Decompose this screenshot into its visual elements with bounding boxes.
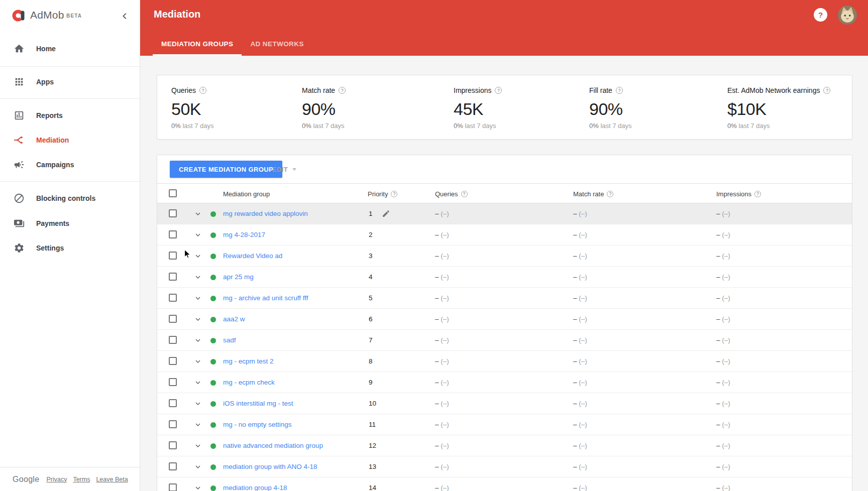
- mediation-group-link[interactable]: Rewarded Video ad: [223, 252, 282, 260]
- stat-delta-label: last 7 days: [465, 122, 496, 130]
- chevron-down-icon[interactable]: [193, 357, 202, 366]
- table-row[interactable]: mg - ecpm test 2 8 – (–) – (–) – (–): [157, 351, 852, 372]
- row-checkbox[interactable]: [169, 294, 177, 302]
- queries-value: – (–): [435, 294, 449, 302]
- row-checkbox[interactable]: [169, 315, 177, 323]
- mediation-group-link[interactable]: mg - ecpm check: [223, 379, 275, 386]
- help-icon[interactable]: ?: [814, 8, 827, 22]
- chevron-down-icon[interactable]: [193, 252, 202, 261]
- row-checkbox[interactable]: [169, 399, 177, 407]
- match-rate-value: – (–): [573, 357, 587, 365]
- match-rate-value: – (–): [573, 273, 587, 281]
- sidebar-item-campaigns[interactable]: Campaigns: [0, 154, 140, 176]
- chevron-down-icon[interactable]: [193, 462, 202, 471]
- chevron-down-icon[interactable]: [193, 273, 202, 282]
- table-row[interactable]: apr 25 mg 4 – (–) – (–) – (–): [157, 267, 852, 288]
- row-checkbox[interactable]: [169, 252, 177, 260]
- mediation-group-link[interactable]: mg - ecpm test 2: [223, 357, 274, 365]
- table-row[interactable]: Rewarded Video ad 3 – (–) – (–) – (–): [157, 245, 852, 267]
- row-checkbox[interactable]: [169, 462, 177, 470]
- table-row[interactable]: mg 4-28-2017 2 – (–) – (–) – (–): [157, 224, 852, 245]
- chevron-down-icon[interactable]: [193, 399, 202, 408]
- table-row[interactable]: iOS interstitial mg - test 10 – (–) – (–…: [157, 393, 852, 414]
- match-rate-value: – (–): [573, 294, 587, 302]
- stat-match-rate: Match rate? 90% 0% last 7 days: [302, 86, 346, 130]
- table-row[interactable]: native advanced mediation group 12 – (–)…: [157, 435, 852, 456]
- help-icon[interactable]: ?: [391, 191, 397, 197]
- mediation-group-link[interactable]: mediation group 4-18: [223, 484, 287, 491]
- chevron-down-icon[interactable]: [193, 230, 202, 239]
- collapse-sidebar-icon[interactable]: [119, 10, 131, 22]
- sidebar-item-mediation[interactable]: Mediation: [0, 129, 140, 151]
- stat-estimated-earnings: Est. AdMob Network earnings? $10K 0% las…: [727, 86, 830, 130]
- chevron-down-icon[interactable]: [193, 315, 202, 324]
- mediation-group-link[interactable]: mg - no empty settings: [223, 421, 292, 428]
- match-rate-value: – (–): [573, 442, 587, 449]
- table-row[interactable]: mediation group with ANO 4-18 13 – (–) –…: [157, 456, 852, 477]
- row-checkbox[interactable]: [169, 483, 177, 491]
- privacy-link[interactable]: Privacy: [46, 476, 67, 483]
- priority-value: 14: [369, 484, 376, 491]
- help-icon[interactable]: ?: [607, 191, 613, 197]
- chevron-down-icon[interactable]: [193, 209, 202, 218]
- edit-button[interactable]: EDIT: [272, 161, 296, 178]
- chevron-down-icon[interactable]: [193, 294, 202, 303]
- sidebar-item-apps[interactable]: Apps: [0, 71, 140, 93]
- table-row[interactable]: mediation group 4-18 14 – (–) – (–) – (–…: [157, 477, 852, 491]
- stat-delta-pct: 0%: [589, 122, 599, 130]
- tab-ad-networks[interactable]: AD NETWORKS: [242, 33, 312, 56]
- mediation-group-link[interactable]: apr 25 mg: [223, 273, 254, 281]
- terms-link[interactable]: Terms: [73, 476, 90, 483]
- table-row[interactable]: mg rewarded video applovin 1 – (–) – (–)…: [157, 203, 852, 224]
- mediation-group-link[interactable]: iOS interstitial mg - test: [223, 400, 293, 407]
- table-row[interactable]: aaa2 w 6 – (–) – (–) – (–): [157, 309, 852, 330]
- row-checkbox[interactable]: [169, 273, 177, 281]
- select-all-checkbox[interactable]: [169, 189, 177, 197]
- help-icon[interactable]: ?: [199, 87, 206, 94]
- row-checkbox[interactable]: [169, 378, 177, 386]
- help-icon[interactable]: ?: [495, 87, 502, 94]
- table-row[interactable]: mg - no empty settings 11 – (–) – (–) – …: [157, 414, 852, 435]
- help-icon[interactable]: ?: [461, 191, 468, 197]
- row-checkbox[interactable]: [169, 209, 177, 217]
- sidebar-item-settings[interactable]: Settings: [0, 237, 140, 259]
- queries-value: – (–): [435, 400, 449, 407]
- chevron-down-icon[interactable]: [193, 483, 202, 491]
- table-row[interactable]: sadf 7 – (–) – (–) – (–): [157, 330, 852, 351]
- help-icon[interactable]: ?: [616, 87, 623, 94]
- mediation-group-link[interactable]: mg - archive ad unit scruff fff: [223, 294, 308, 302]
- mediation-group-link[interactable]: mg 4-28-2017: [223, 231, 265, 238]
- mediation-group-link[interactable]: mg rewarded video applovin: [223, 210, 308, 217]
- table-row[interactable]: mg - archive ad unit scruff fff 5 – (–) …: [157, 288, 852, 309]
- mediation-group-link[interactable]: sadf: [223, 336, 236, 344]
- chevron-down-icon[interactable]: [193, 336, 202, 345]
- table-row[interactable]: mg - ecpm check 9 – (–) – (–) – (–): [157, 372, 852, 393]
- help-icon[interactable]: ?: [823, 87, 830, 94]
- mediation-group-link[interactable]: native advanced mediation group: [223, 442, 323, 449]
- stat-label: Impressions: [454, 86, 491, 94]
- tab-mediation-groups[interactable]: MEDIATION GROUPS: [153, 33, 242, 56]
- sidebar-item-blocking-controls[interactable]: Blocking controls: [0, 187, 140, 209]
- row-checkbox[interactable]: [169, 230, 177, 238]
- edit-priority-pencil-icon[interactable]: [382, 209, 390, 218]
- leave-beta-link[interactable]: Leave Beta: [96, 476, 128, 483]
- sidebar-item-payments[interactable]: Payments: [0, 212, 140, 234]
- create-mediation-group-button[interactable]: CREATE MEDIATION GROUP: [170, 161, 282, 178]
- chevron-down-icon[interactable]: [193, 441, 202, 450]
- help-icon[interactable]: ?: [339, 87, 346, 94]
- mediation-group-link[interactable]: aaa2 w: [223, 315, 245, 323]
- row-checkbox[interactable]: [169, 441, 177, 449]
- row-checkbox[interactable]: [169, 420, 177, 428]
- impressions-value: – (–): [716, 231, 730, 238]
- chevron-down-icon[interactable]: [193, 378, 202, 387]
- sidebar-item-home[interactable]: Home: [0, 38, 140, 60]
- row-checkbox[interactable]: [169, 357, 177, 365]
- app-header: Mediation MEDIATION GROUPS AD NETWORKS ?: [140, 0, 868, 56]
- stat-delta-pct: 0%: [727, 122, 737, 130]
- help-icon[interactable]: ?: [754, 191, 761, 197]
- mediation-group-link[interactable]: mediation group with ANO 4-18: [223, 463, 317, 470]
- chevron-down-icon[interactable]: [193, 420, 202, 429]
- row-checkbox[interactable]: [169, 336, 177, 344]
- sidebar-item-reports[interactable]: Reports: [0, 104, 140, 127]
- avatar[interactable]: [838, 6, 857, 25]
